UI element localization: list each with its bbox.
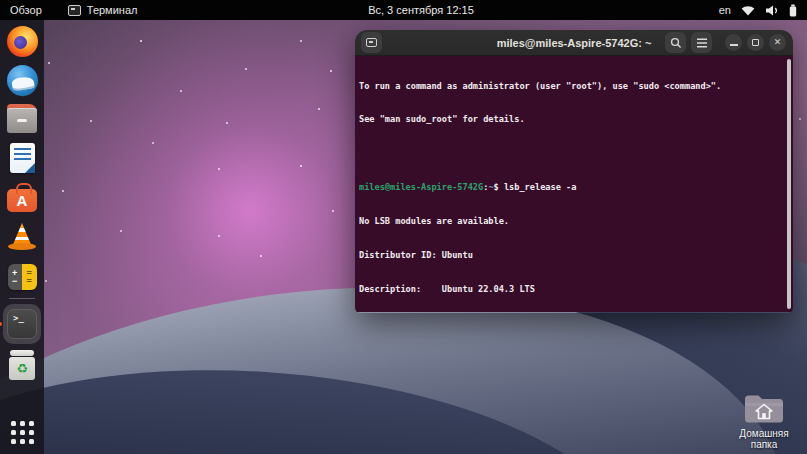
dock-item-libreoffice-writer[interactable]: [3, 140, 41, 176]
home-folder-icon: [743, 393, 785, 426]
show-applications-button[interactable]: [11, 421, 34, 444]
vlc-icon: [7, 221, 37, 251]
minimize-icon: [730, 44, 738, 46]
desktop-screen: Обзор Терминал Вс, 3 сентября 12:15 en: [0, 0, 807, 454]
terminal-output-line: See "man sudo_root" for details.: [359, 114, 783, 125]
dock-item-calculator[interactable]: +− ==: [3, 257, 41, 293]
terminal-output-line: Distributor ID: Ubuntu: [359, 250, 783, 261]
libreoffice-writer-icon: [10, 143, 35, 173]
running-indicator-dot: [0, 322, 2, 326]
dock-item-thunderbird[interactable]: [3, 62, 41, 98]
wifi-icon: [741, 5, 755, 16]
keyboard-layout-indicator[interactable]: en: [719, 4, 731, 16]
terminal-scrollbar[interactable]: [787, 59, 791, 309]
home-folder-shortcut[interactable]: Домашняя папка: [726, 393, 802, 450]
trash-icon: ♻: [9, 350, 35, 380]
terminal-command: lsb_release -a: [504, 182, 576, 192]
terminal-icon: >_: [7, 309, 37, 339]
terminal-window: miles@miles-Aspire-5742G: ~: [355, 30, 793, 313]
volume-icon: [765, 5, 779, 16]
terminal-output-line: Description: Ubuntu 22.04.3 LTS: [359, 284, 783, 295]
new-tab-button[interactable]: [361, 32, 382, 53]
top-bar: Обзор Терминал Вс, 3 сентября 12:15 en: [0, 0, 807, 20]
dock-item-files[interactable]: [3, 101, 41, 137]
terminal-content[interactable]: To run a command as administrator (user …: [355, 56, 793, 312]
dock-divider: [9, 298, 35, 299]
activities-button[interactable]: Обзор: [0, 0, 54, 20]
search-icon: [670, 37, 682, 49]
terminal-prompt-line: miles@miles-Aspire-5742G:~$ lsb_release …: [359, 182, 783, 193]
battery-icon: [789, 4, 797, 17]
hamburger-icon: [696, 38, 708, 48]
minimize-button[interactable]: [725, 34, 742, 51]
terminal-blank-line: [359, 148, 783, 159]
clock-button[interactable]: Вс, 3 сентября 12:15: [368, 0, 474, 20]
dock: A +− == >_ ♻: [0, 20, 44, 454]
thunderbird-icon: [7, 65, 38, 96]
firefox-icon: [7, 26, 38, 57]
maximize-icon: [752, 39, 759, 46]
maximize-button[interactable]: [747, 34, 764, 51]
menu-button[interactable]: [691, 32, 712, 53]
terminal-output-line: No LSB modules are available.: [359, 216, 783, 227]
search-button[interactable]: [665, 32, 686, 53]
dock-item-firefox[interactable]: [3, 23, 41, 59]
dock-item-trash[interactable]: ♻: [3, 347, 41, 383]
files-icon: [7, 108, 37, 134]
terminal-titlebar[interactable]: miles@miles-Aspire-5742G: ~: [355, 30, 793, 56]
calculator-icon: +− ==: [8, 264, 37, 290]
close-button[interactable]: ✕: [769, 34, 786, 51]
ubuntu-software-icon: A: [7, 189, 37, 212]
app-menu[interactable]: Терминал: [68, 4, 138, 16]
terminal-app-icon: [68, 5, 81, 16]
dock-item-ubuntu-software[interactable]: A: [3, 179, 41, 215]
terminal-prompt-glyph: >_: [13, 313, 24, 323]
recycle-glyph: ♻: [16, 361, 28, 376]
new-tab-icon: [366, 38, 377, 47]
software-letter: A: [17, 192, 28, 209]
dock-item-vlc[interactable]: [3, 218, 41, 254]
system-tray[interactable]: en: [719, 4, 807, 17]
terminal-output-line: To run a command as administrator (user …: [359, 81, 783, 92]
dock-item-terminal[interactable]: >_: [3, 304, 41, 344]
close-icon: ✕: [774, 38, 782, 47]
app-menu-label: Терминал: [87, 4, 138, 16]
home-folder-label: Домашняя папка: [731, 428, 797, 450]
